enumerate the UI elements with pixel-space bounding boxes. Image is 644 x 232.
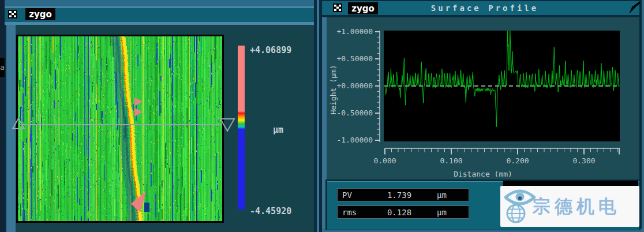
right-window-right-frame — [642, 0, 644, 232]
y-tick-label: +0.50000 — [332, 54, 373, 63]
window-title: Surface Profile — [381, 3, 589, 13]
surface-map-image[interactable] — [18, 36, 222, 221]
zygo-logo: zygo — [25, 8, 55, 20]
y-tick-label: -0.50000 — [332, 108, 373, 117]
background-window-notch: a — [0, 58, 5, 77]
x-tick-label: 0.300 — [564, 156, 604, 165]
stat-row-rms: rms 0.128 µm — [337, 205, 469, 219]
zygo-logo-text: zygo — [351, 3, 375, 14]
colorbar-min-label: -4.45920 — [250, 206, 291, 216]
zygo-logo-text: zygo — [29, 9, 52, 20]
left-window: zygo +4.06899 µm -4.45920 — [5, 0, 321, 232]
watermark-text: 宗德机电 — [533, 193, 639, 219]
colorbar — [238, 46, 245, 209]
background-window-edge — [0, 0, 5, 232]
watermark-eye-globe-icon — [504, 188, 536, 224]
x-tick-label: 0.000 — [365, 156, 405, 165]
stat-unit: µm — [437, 208, 447, 217]
checker-icon — [333, 3, 342, 12]
stat-label: rms — [342, 208, 357, 217]
colorbar-max-label: +4.06899 — [250, 45, 291, 55]
y-axis-title: Height (µm) — [329, 50, 338, 130]
right-window-title-sep — [321, 15, 644, 17]
watermark: 宗德机电 — [500, 186, 639, 227]
stat-label: PV — [342, 190, 352, 200]
stat-value: 0.128 — [373, 208, 425, 217]
left-window-highlight-bottom — [5, 22, 314, 25]
zygo-logo: zygo — [348, 2, 378, 14]
colorbar-unit-label: µm — [273, 125, 283, 135]
left-window-left-frame — [6, 25, 16, 232]
y-tick-label: -1.00000 — [332, 136, 373, 144]
x-tick-label: 0.100 — [431, 156, 471, 165]
checker-icon — [8, 10, 17, 18]
stat-unit: µm — [437, 190, 447, 200]
y-tick-label: +1.00000 — [332, 27, 373, 36]
stat-value: 1.739 — [373, 190, 425, 200]
right-window-menu-icon[interactable] — [333, 3, 342, 12]
y-tick-label: +0.00000 — [332, 81, 373, 90]
tool-arrow-icon[interactable] — [627, 1, 642, 15]
left-window-menu-icon[interactable] — [8, 10, 17, 18]
x-tick-label: 0.200 — [497, 156, 538, 165]
x-axis-title: Distance (mm) — [437, 170, 529, 178]
left-window-top-frame — [5, 0, 314, 6]
stat-row-pv: PV 1.739 µm — [337, 188, 469, 201]
